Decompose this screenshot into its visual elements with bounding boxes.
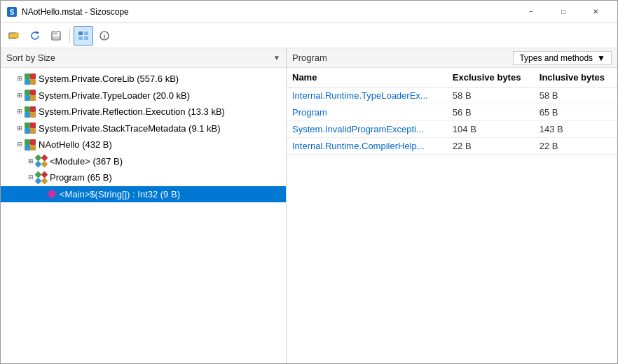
right-panel-header: Program Types and methods ▼ [287, 48, 617, 68]
table-row[interactable]: Internal.Runtime.CompilerHelp...22 B22 B [287, 138, 617, 155]
view-selector-label: Types and methods [519, 53, 593, 63]
svg-text:i: i [104, 33, 106, 40]
assembly-icon-stacktrace [25, 122, 36, 134]
assembly-icon-corelib [25, 74, 36, 85]
table-row[interactable]: Internal.Runtime.TypeLoaderEx...58 B58 B [287, 88, 617, 104]
col-header-inclusive: Inclusive bytes [534, 68, 617, 88]
cell-exclusive: 22 B [447, 138, 534, 155]
right-panel-title: Program [292, 52, 327, 63]
svg-rect-7 [78, 31, 83, 35]
tree-item-reflection[interactable]: ⊞ System.Private.Reflection.Execution (1… [1, 104, 286, 120]
info-button[interactable]: i [95, 26, 114, 46]
tree-item-typeloader[interactable]: ⊞ System.Private.TypeLoader (20.0 kB) [1, 88, 286, 104]
main-window: S NAotHello.mstat - Sizoscope − □ ✕ [0, 0, 618, 364]
sort-label: Sort by Size [6, 52, 55, 63]
tree-item-main-method[interactable]: <Main>$(String[]) : Int32 (9 B) [1, 186, 286, 203]
expand-main [37, 190, 47, 200]
toolbar: i [1, 23, 617, 48]
col-header-exclusive: Exclusive bytes [447, 68, 534, 88]
svg-rect-10 [84, 36, 88, 40]
svg-rect-5 [53, 31, 57, 35]
cell-name: Program [287, 104, 447, 121]
window-controls: − □ ✕ [515, 1, 612, 23]
method-diamond-icon [47, 189, 57, 199]
tree-item-module[interactable]: ⊞ <Module> (367 B) [1, 153, 286, 170]
expand-naothello[interactable]: ⊟ [15, 140, 25, 150]
svg-rect-9 [78, 36, 83, 40]
close-button[interactable]: ✕ [579, 1, 612, 23]
data-table: Name Exclusive bytes Inclusive bytes Int… [287, 68, 617, 155]
maximize-button[interactable]: □ [547, 1, 579, 23]
app-icon: S [6, 6, 18, 18]
left-panel-header[interactable]: Sort by Size ▼ [1, 48, 286, 68]
cell-inclusive: 143 B [534, 121, 617, 138]
module-icon [36, 155, 47, 167]
table-row[interactable]: Program56 B65 B [287, 104, 617, 121]
tree-item-stacktrace[interactable]: ⊞ System.Private.StackTraceMetadata (9.1… [1, 120, 286, 137]
tree-label-module: <Module> (367 B) [50, 155, 123, 169]
tree-label-typeloader: System.Private.TypeLoader (20.0 kB) [39, 89, 190, 103]
cell-inclusive: 22 B [534, 138, 617, 155]
main-content: Sort by Size ▼ ⊞ System.Private.CoreLib … [1, 48, 617, 363]
assembly-icon-naothello [25, 139, 36, 150]
cell-exclusive: 58 B [447, 88, 534, 104]
assembly-icon-reflection [25, 106, 36, 118]
expand-stacktrace[interactable]: ⊞ [15, 124, 25, 134]
col-header-name: Name [287, 68, 447, 88]
open-button[interactable] [4, 26, 24, 46]
view-mode-button[interactable] [74, 26, 93, 46]
table-header-row: Name Exclusive bytes Inclusive bytes [287, 68, 617, 88]
expand-typeloader[interactable]: ⊞ [15, 91, 25, 101]
tree-label-naothello: NAotHello (432 B) [39, 138, 112, 152]
refresh-button[interactable] [25, 26, 45, 46]
cell-inclusive: 58 B [534, 88, 617, 104]
tree-label-program: Program (65 B) [50, 171, 112, 185]
svg-marker-3 [36, 31, 39, 34]
left-panel: Sort by Size ▼ ⊞ System.Private.CoreLib … [1, 48, 287, 363]
expand-corelib[interactable]: ⊞ [15, 74, 25, 84]
tree-item-program[interactable]: ⊟ Program (65 B) [1, 169, 286, 186]
assembly-icon-typeloader [25, 90, 36, 101]
minimize-button[interactable]: − [515, 1, 547, 23]
toolbar-separator [69, 29, 70, 43]
expand-reflection[interactable]: ⊞ [15, 107, 25, 117]
tree-label-corelib: System.Private.CoreLib (557.6 kB) [39, 72, 179, 86]
save-button[interactable] [46, 26, 66, 46]
tree-item-naothello[interactable]: ⊟ NAotHello (432 B) [1, 136, 286, 153]
tree-label-reflection: System.Private.Reflection.Execution (13.… [39, 105, 225, 119]
title-bar: S NAotHello.mstat - Sizoscope − □ ✕ [1, 1, 617, 23]
svg-rect-8 [84, 31, 88, 35]
tree-item-corelib[interactable]: ⊞ System.Private.CoreLib (557.6 kB) [1, 71, 286, 88]
cell-name: Internal.Runtime.CompilerHelp... [287, 138, 447, 155]
right-panel: Program Types and methods ▼ Name Exclusi… [287, 48, 617, 363]
cell-name: System.InvalidProgramExcepti... [287, 121, 447, 138]
svg-text:S: S [10, 8, 15, 16]
cell-name: Internal.Runtime.TypeLoaderEx... [287, 88, 447, 104]
cell-exclusive: 56 B [447, 104, 534, 121]
window-title: NAotHello.mstat - Sizoscope [22, 7, 515, 17]
svg-rect-6 [53, 36, 60, 39]
sort-dropdown-arrow: ▼ [273, 54, 280, 62]
program-icon [36, 172, 47, 183]
tree-label-main: <Main>$(String[]) : Int32 (9 B) [60, 188, 180, 202]
tree-label-stacktrace: System.Private.StackTraceMetadata (9.1 k… [39, 122, 221, 136]
data-table-container: Name Exclusive bytes Inclusive bytes Int… [287, 68, 617, 363]
cell-inclusive: 65 B [534, 104, 617, 121]
table-row[interactable]: System.InvalidProgramExcepti...104 B143 … [287, 121, 617, 138]
tree-container[interactable]: ⊞ System.Private.CoreLib (557.6 kB) ⊞ Sy… [1, 68, 286, 363]
cell-exclusive: 104 B [447, 121, 534, 138]
view-selector-arrow: ▼ [597, 53, 605, 63]
view-selector-dropdown[interactable]: Types and methods ▼ [513, 51, 612, 65]
